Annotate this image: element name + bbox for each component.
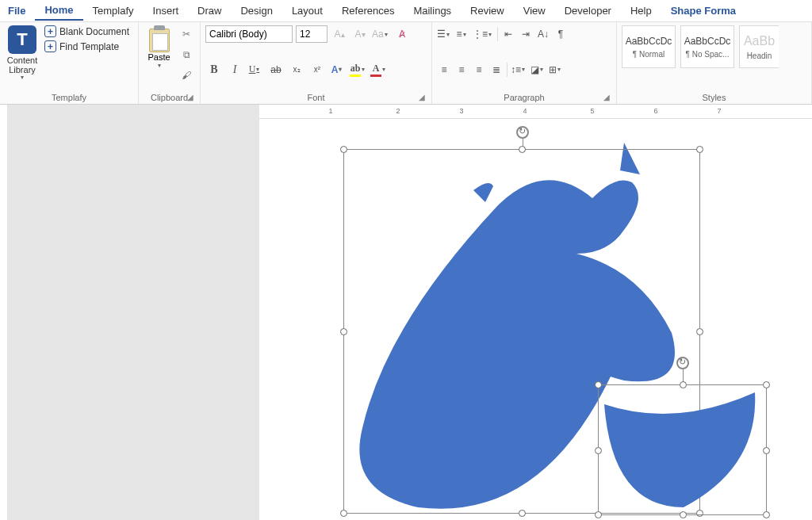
style-no-spacing[interactable]: AaBbCcDc ¶ No Spac... xyxy=(680,25,734,68)
resize-handle[interactable] xyxy=(763,511,770,518)
content-library-label: Content Library xyxy=(5,55,40,75)
font-family-select[interactable] xyxy=(205,25,293,43)
group-label-font: Font ◢ xyxy=(205,91,427,102)
blank-document-label: Blank Document xyxy=(59,26,129,37)
dialog-launcher-icon[interactable]: ◢ xyxy=(186,93,195,102)
document-page[interactable] xyxy=(259,119,812,520)
style-normal[interactable]: AaBbCcDc ¶ Normal xyxy=(622,25,676,68)
font-color-button[interactable]: A▾ xyxy=(370,61,388,78)
tab-review[interactable]: Review xyxy=(461,2,514,20)
resize-handle[interactable] xyxy=(763,447,770,454)
group-label-styles: Styles xyxy=(622,91,806,102)
tab-design[interactable]: Design xyxy=(231,2,282,20)
tab-insert[interactable]: Insert xyxy=(144,2,189,20)
group-font: A▴ A▾ Aa▾ A̷ B I U▾ ab x₂ x² A▾ ab▾ A▾ F… xyxy=(201,22,432,104)
resize-handle[interactable] xyxy=(340,146,347,153)
resize-handle[interactable] xyxy=(340,510,347,517)
resize-handle[interactable] xyxy=(680,511,687,518)
highlight-button[interactable]: ab▾ xyxy=(350,61,367,78)
resize-handle[interactable] xyxy=(340,328,347,335)
bold-button[interactable]: B xyxy=(205,61,223,78)
copy-button[interactable]: ⧉ xyxy=(178,46,195,63)
find-template-button[interactable]: + Find Template xyxy=(44,40,129,52)
tab-draw[interactable]: Draw xyxy=(188,2,231,20)
cut-button[interactable]: ✂ xyxy=(178,25,195,43)
find-template-label: Find Template xyxy=(59,41,119,52)
tab-layout[interactable]: Layout xyxy=(282,2,332,20)
style-label: Headin xyxy=(747,52,772,60)
underline-button[interactable]: U▾ xyxy=(247,61,264,78)
resize-handle[interactable] xyxy=(519,146,526,153)
superscript-button[interactable]: x² xyxy=(308,61,326,78)
tab-view[interactable]: View xyxy=(514,2,555,20)
resize-handle[interactable] xyxy=(595,447,602,454)
content-library-icon: T xyxy=(8,25,36,54)
sort-button[interactable]: A↓ xyxy=(536,25,550,43)
rotate-handle[interactable] xyxy=(676,357,689,369)
dialog-launcher-icon[interactable]: ◢ xyxy=(417,93,427,102)
style-label: ¶ No Spac... xyxy=(686,50,730,59)
tab-mailings[interactable]: Mailings xyxy=(404,2,461,20)
ruler-mark: 4 xyxy=(523,107,527,115)
resize-handle[interactable] xyxy=(696,328,703,335)
shading-button[interactable]: ◪▾ xyxy=(530,61,546,78)
horizontal-ruler[interactable]: 1 2 3 4 5 6 7 xyxy=(259,105,812,119)
decrease-indent-button[interactable]: ⇤ xyxy=(501,25,515,43)
tab-file[interactable]: File xyxy=(3,2,35,20)
subscript-button[interactable]: x₂ xyxy=(288,61,305,78)
increase-font-button[interactable]: A▴ xyxy=(331,25,348,43)
justify-button[interactable]: ≣ xyxy=(489,61,504,78)
ruler-mark: 7 xyxy=(717,107,721,115)
align-right-button[interactable]: ≡ xyxy=(472,61,486,78)
blank-document-button[interactable]: + Blank Document xyxy=(44,25,129,37)
plus-icon: + xyxy=(44,25,56,37)
format-painter-button[interactable]: 🖌 xyxy=(178,67,195,84)
align-left-button[interactable]: ≡ xyxy=(437,61,451,78)
rotate-handle[interactable] xyxy=(516,126,529,139)
content-library-button[interactable]: T Content Library ▾ xyxy=(5,25,40,82)
clear-formatting-button[interactable]: A̷ xyxy=(393,25,411,43)
italic-button[interactable]: I xyxy=(226,61,243,78)
ruler-mark: 1 xyxy=(328,107,332,115)
style-heading[interactable]: AaBb Headin xyxy=(739,25,779,68)
group-templafy: T Content Library ▾ + Blank Document + F… xyxy=(0,22,139,104)
paste-label: Paste xyxy=(147,52,170,62)
selection-box-small[interactable] xyxy=(598,384,767,515)
align-center-button[interactable]: ≡ xyxy=(454,61,469,78)
bullets-button[interactable]: ☰▾ xyxy=(437,25,452,43)
tab-references[interactable]: References xyxy=(332,2,404,20)
resize-handle[interactable] xyxy=(519,510,526,517)
vertical-ruler xyxy=(0,105,8,520)
plus-icon: + xyxy=(44,40,56,52)
decrease-font-button[interactable]: A▾ xyxy=(351,25,369,43)
side-pane-background xyxy=(8,105,259,520)
ribbon: T Content Library ▾ + Blank Document + F… xyxy=(0,22,812,105)
show-marks-button[interactable]: ¶ xyxy=(553,25,568,43)
resize-handle[interactable] xyxy=(696,146,703,153)
change-case-button[interactable]: Aa▾ xyxy=(372,25,390,43)
borders-button[interactable]: ⊞▾ xyxy=(549,61,563,78)
tab-shape-format[interactable]: Shape Forma xyxy=(661,2,745,20)
increase-indent-button[interactable]: ⇥ xyxy=(519,25,533,43)
resize-handle[interactable] xyxy=(763,381,770,388)
resize-handle[interactable] xyxy=(595,511,602,518)
multilevel-list-button[interactable]: ⋮≡▾ xyxy=(473,25,494,43)
page-wrap: 1 2 3 4 5 6 7 xyxy=(259,105,812,520)
tab-developer[interactable]: Developer xyxy=(555,2,621,20)
ribbon-tabs: File Home Templafy Insert Draw Design La… xyxy=(0,0,812,22)
tab-help[interactable]: Help xyxy=(621,2,661,20)
resize-handle[interactable] xyxy=(680,381,687,388)
style-preview: AaBbCcDc xyxy=(684,36,731,47)
font-size-select[interactable] xyxy=(296,25,327,43)
tab-home[interactable]: Home xyxy=(35,1,82,21)
line-spacing-button[interactable]: ↕≡▾ xyxy=(511,61,527,78)
numbering-button[interactable]: ≡▾ xyxy=(455,25,469,43)
paste-button[interactable]: Paste ▾ xyxy=(144,25,174,69)
text-effects-button[interactable]: A▾ xyxy=(329,61,347,78)
dialog-launcher-icon[interactable]: ◢ xyxy=(602,93,611,102)
resize-handle[interactable] xyxy=(595,381,602,388)
group-label-clipboard: Clipboard ◢ xyxy=(144,91,195,102)
strikethrough-button[interactable]: ab xyxy=(267,61,285,78)
tab-templafy[interactable]: Templafy xyxy=(83,2,144,20)
style-preview: AaBb xyxy=(744,34,775,48)
